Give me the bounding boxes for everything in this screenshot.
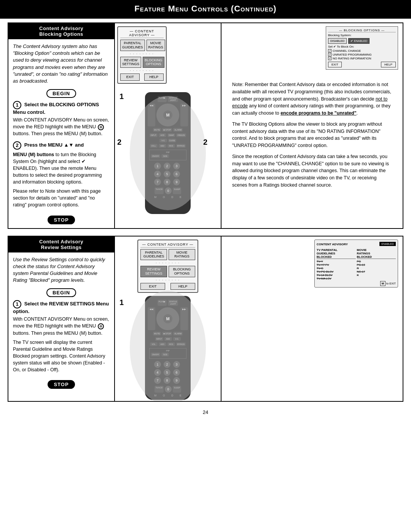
rs-step-1-body2: The TV screen will display the current P… bbox=[13, 339, 110, 374]
disabled-btn: DISABLED bbox=[328, 38, 347, 44]
tv-col: TV PARENTALGUIDELINESBLOCKED TV-Y TV-Y7 … bbox=[317, 248, 356, 280]
rs-begin-badge: BEGIN bbox=[46, 288, 76, 297]
rs-screen1-footer: EXIT HELP bbox=[140, 283, 195, 290]
review-settings-header: Content Advisory Review Settings bbox=[8, 236, 114, 252]
m-key: M bbox=[380, 281, 386, 286]
bo-footer: EXIT HELP bbox=[328, 62, 396, 67]
review-ca-label: CONTENT ADVISORY bbox=[317, 243, 348, 246]
indicator-2a: 2 bbox=[117, 138, 121, 147]
review-exit-hint: M to EXIT bbox=[317, 282, 396, 285]
step-1: 1 Select the BLOCKING OPTIONS Menu contr… bbox=[13, 101, 110, 137]
blocking-options-body: The Content Advisory system also has "Bl… bbox=[8, 39, 114, 228]
unrated-prog-row: UNRATED PROGRAMMING bbox=[328, 53, 396, 56]
blocking-options-middle: — CONTENT ADVISORY — PARENTALGUIDELINES … bbox=[115, 23, 221, 228]
channel-change-label: CHANNEL CHANGE bbox=[333, 49, 361, 53]
rs-step-1-title: Select the REVIEW SETTINGS Menu option. bbox=[13, 301, 109, 315]
remote-area-bottom: 1 PLAY▶ STATUSLIGHT ◀◀ M ▶▶ MUTE bbox=[115, 294, 221, 401]
rs-help-s1: HELP bbox=[170, 283, 195, 290]
rs-header-line1: Content Advisory bbox=[12, 239, 110, 244]
page-number: 24 bbox=[8, 407, 403, 417]
note-text-area: Note: Remember that Content Advisory dat… bbox=[226, 77, 398, 225]
blocking-options-section: Content Advisory Blocking Options The Co… bbox=[8, 22, 403, 229]
review-settings-middle: — CONTENT ADVISORY — PARENTALGUIDELINES … bbox=[115, 236, 221, 401]
review-enabled-badge: ENABLED bbox=[379, 242, 396, 246]
rs-review-btn: REVIEWSETTINGS bbox=[140, 266, 167, 277]
step-1-num: 1 bbox=[13, 101, 21, 109]
step-1-title: Select the BLOCKING OPTIONS Menu control… bbox=[13, 102, 99, 115]
review-settings-screen1: — CONTENT ADVISORY — PARENTALGUIDELINES … bbox=[137, 240, 198, 293]
screen1-grid2: REVIEWSETTINGS BLOCKINGOPTIONS bbox=[120, 57, 164, 68]
shadow-circle-top bbox=[130, 96, 206, 210]
rs-step-1: 1 Select the REVIEW SETTINGS Menu option… bbox=[13, 300, 110, 373]
review-settings-section: Content Advisory Review Settings Use the… bbox=[8, 236, 403, 402]
remote-area-top: 1 2 2 PLAY▶ STATUSLIGHT ◀◀ M ▶▶ bbox=[115, 88, 221, 218]
step-2: 2 Press the MENU ▲▼ and MENU (M) buttons… bbox=[13, 141, 110, 209]
step-1-body: With CONTENT ADVISORY Menu on screen, mo… bbox=[13, 117, 110, 137]
review-settings-right-panel: CONTENT ADVISORY ENABLED TV PARENTALGUID… bbox=[221, 236, 403, 401]
movie-ratings-btn: MOVIERATINGS bbox=[147, 40, 165, 51]
blocking-options-left-panel: Content Advisory Blocking Options The Co… bbox=[8, 23, 115, 228]
rs-exit-s1: EXIT bbox=[140, 283, 165, 290]
blocking-system-row: DISABLED ✔ ENABLED bbox=[328, 38, 396, 44]
stop-badge-top: STOP bbox=[48, 216, 75, 224]
rs-screen-container: — CONTENT ADVISORY — PARENTALGUIDELINES … bbox=[115, 236, 221, 295]
no-rating-row: NO RATING INFORMATION bbox=[328, 57, 396, 60]
screen1-footer: EXIT HELP bbox=[120, 73, 164, 81]
stop-badge-bottom: STOP bbox=[48, 380, 75, 389]
channel-change-row: CHANNEL CHANGE bbox=[328, 49, 396, 53]
blocking-options-screen: — BLOCKING OPTIONS — Blocking System: DI… bbox=[326, 26, 398, 70]
rs-parental-btn: PARENTALGUIDELINES bbox=[140, 249, 167, 260]
help-btn-s1: HELP bbox=[144, 73, 164, 81]
blocking-screen-container: — BLOCKING OPTIONS — Blocking System: DI… bbox=[226, 26, 398, 70]
rs-dots2: · · · · · · · · bbox=[140, 278, 195, 282]
enabled-btn: ✔ ENABLED bbox=[348, 38, 370, 44]
review-settings-btn: REVIEWSETTINGS bbox=[120, 57, 141, 68]
rs-screen1-grid2: REVIEWSETTINGS BLOCKINGOPTIONS bbox=[140, 266, 195, 277]
bo-exit: EXIT bbox=[328, 62, 342, 67]
unrated-prog-checkbox bbox=[328, 53, 331, 56]
title-text: Feature Menu Controls (Continued) bbox=[134, 4, 276, 13]
note-para3: Since the reception of Content Advisory … bbox=[232, 153, 392, 189]
channel-change-checkbox bbox=[328, 49, 331, 53]
header-line2: Blocking Options bbox=[12, 31, 110, 37]
rs-blocking-btn: BLOCKINGOPTIONS bbox=[169, 266, 195, 277]
begin-badge: BEGIN bbox=[46, 89, 76, 98]
screen1-title: — CONTENT ADVISORY — bbox=[120, 29, 164, 38]
indicator-1-bottom: 1 bbox=[119, 298, 124, 307]
tv-col-header: TV PARENTALGUIDELINESBLOCKED bbox=[317, 248, 356, 259]
no-rating-checkbox bbox=[328, 57, 331, 60]
blocking-options-right-panel: — BLOCKING OPTIONS — Blocking System: DI… bbox=[221, 23, 403, 228]
exit-btn-s1: EXIT bbox=[120, 73, 140, 81]
shadow-circle-bottom bbox=[130, 291, 206, 401]
unrated-prog-label: UNRATED PROGRAMMING bbox=[333, 53, 372, 56]
rs-header-line2: Review Settings bbox=[12, 244, 110, 250]
header-line1: Content Advisory bbox=[12, 26, 110, 31]
parental-guidelines-btn: PARENTALGUIDELINES bbox=[120, 40, 145, 51]
tv-y7-fv: TV-Y7 FV bbox=[317, 263, 356, 267]
step-2-num: 2 bbox=[13, 141, 21, 150]
movie-x: X bbox=[357, 273, 396, 277]
review-settings-body: Use the Review Settings control to quick… bbox=[8, 252, 114, 393]
tv-14-dlsv: TV-14 DLSV bbox=[317, 273, 356, 277]
rs-screen1-grid: PARENTALGUIDELINES MOVIERATINGS bbox=[140, 249, 195, 260]
screen1-dots: · · · · · · · · bbox=[120, 52, 164, 56]
screens-row-top: — CONTENT ADVISORY — PARENTALGUIDELINES … bbox=[115, 23, 221, 88]
tv-pg-dlsv: TV-PG DLSV bbox=[317, 270, 356, 273]
rs-dots: · · · · · · · · bbox=[140, 261, 195, 265]
blocking-options-btn: BLOCKINGOPTIONS bbox=[143, 57, 164, 68]
review-result-screen: CONTENT ADVISORY ENABLED TV PARENTALGUID… bbox=[314, 240, 398, 288]
tv-ma-lsv: TV-MA LSV bbox=[317, 277, 356, 280]
menu-symbol-1: ⊕ bbox=[98, 124, 104, 130]
bo-help: HELP bbox=[381, 62, 396, 67]
review-header-row: CONTENT ADVISORY ENABLED bbox=[317, 242, 396, 247]
set-block-label: Set ✔ To Block On: bbox=[328, 45, 396, 48]
movie-pg: PG bbox=[357, 260, 396, 263]
no-rating-label: NO RATING INFORMATION bbox=[333, 57, 371, 60]
rs-step-1-body1: With CONTENT ADVISORY Menu on screen, mo… bbox=[13, 316, 110, 336]
movie-r: R bbox=[357, 267, 396, 270]
rs-movie-btn: MOVIERATINGS bbox=[169, 249, 195, 260]
rs-step-1-num: 1 bbox=[13, 300, 21, 308]
step-2-body: MENU (M) buttons to turn the Blocking Sy… bbox=[13, 151, 110, 186]
step-2-body2: Please refer to Note shown with this pag… bbox=[13, 188, 110, 208]
page-num-text: 24 bbox=[203, 409, 208, 415]
